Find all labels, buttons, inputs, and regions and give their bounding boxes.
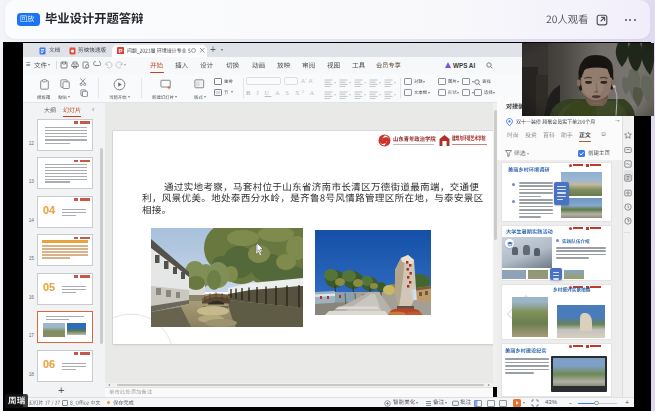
svg-text:P: P — [119, 48, 123, 54]
